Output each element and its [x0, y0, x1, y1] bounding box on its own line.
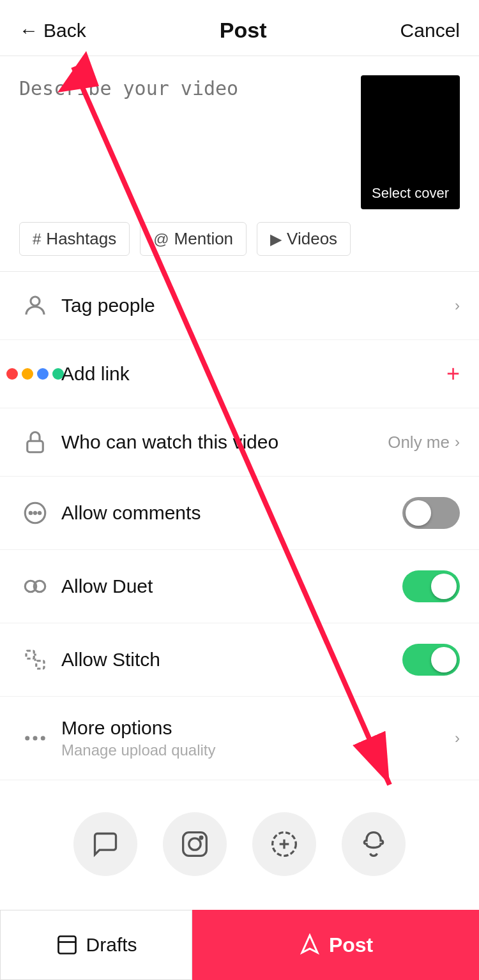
bottom-buttons-bar: Drafts Post	[0, 910, 479, 980]
hashtags-button[interactable]: # Hashtags	[19, 222, 130, 256]
allow-comments-toggle[interactable]	[402, 497, 460, 529]
more-options-icon	[19, 725, 51, 752]
svg-point-5	[38, 512, 41, 514]
cancel-button[interactable]: Cancel	[400, 20, 460, 41]
allow-stitch-row[interactable]: Allow Stitch	[0, 623, 479, 697]
add-link-icon	[6, 368, 64, 380]
header: ← Back Post Cancel	[0, 0, 479, 56]
videos-button[interactable]: ▶ Videos	[257, 222, 351, 256]
page-title: Post	[220, 18, 267, 43]
svg-rect-8	[26, 651, 34, 658]
post-label: Post	[329, 933, 373, 957]
svg-point-17	[200, 836, 202, 839]
tag-people-row[interactable]: Tag people ›	[0, 272, 479, 340]
drafts-label: Drafts	[86, 934, 137, 956]
mention-label: Mention	[174, 229, 234, 249]
drafts-icon	[56, 933, 79, 956]
allow-comments-row[interactable]: Allow comments	[0, 477, 479, 550]
more-options-row[interactable]: More options Manage upload quality ›	[0, 697, 479, 780]
add-link-row[interactable]: Add link +	[0, 340, 479, 408]
description-area: Select cover	[0, 56, 479, 222]
who-can-watch-chevron-icon: ›	[455, 433, 460, 451]
add-link-plus-icon: +	[446, 360, 460, 387]
videos-label: Videos	[287, 229, 337, 249]
privacy-icon	[19, 429, 51, 456]
mention-button[interactable]: @ Mention	[140, 222, 247, 256]
allow-duet-row[interactable]: Allow Duet	[0, 550, 479, 623]
svg-point-16	[189, 838, 201, 850]
post-icon	[298, 933, 321, 956]
hashtag-icon: #	[33, 230, 41, 248]
add-link-label: Add link	[61, 363, 130, 384]
svg-rect-24	[58, 937, 75, 954]
svg-point-14	[41, 736, 45, 741]
comments-icon	[19, 500, 51, 526]
stitch-icon	[19, 646, 51, 673]
mention-icon: @	[153, 230, 169, 248]
tag-people-label: Tag people	[61, 295, 155, 316]
allow-stitch-label: Allow Stitch	[61, 649, 160, 670]
description-input[interactable]	[19, 75, 348, 209]
drafts-button[interactable]: Drafts	[0, 910, 192, 980]
svg-point-13	[33, 736, 38, 741]
more-options-label: More options	[61, 717, 172, 738]
svg-point-3	[29, 512, 32, 514]
back-button[interactable]: ← Back	[19, 20, 86, 41]
share-add-button[interactable]	[252, 812, 316, 876]
post-button[interactable]: Post	[192, 910, 479, 980]
who-can-watch-label: Who can watch this video	[61, 431, 278, 452]
svg-rect-1	[27, 441, 43, 452]
tag-people-chevron-icon: ›	[455, 297, 460, 315]
allow-duet-label: Allow Duet	[61, 575, 153, 597]
back-arrow-icon: ←	[19, 20, 38, 41]
share-icons-area	[0, 780, 479, 902]
duet-icon	[19, 573, 51, 600]
allow-stitch-toggle[interactable]	[402, 644, 460, 676]
hashtags-label: Hashtags	[46, 229, 116, 249]
back-label: Back	[43, 20, 86, 41]
svg-point-4	[34, 512, 36, 514]
cover-label: Select cover	[372, 185, 449, 202]
share-instagram-button[interactable]	[163, 812, 227, 876]
who-can-watch-value: Only me	[388, 433, 450, 452]
allow-duet-toggle[interactable]	[402, 570, 460, 602]
svg-rect-9	[36, 661, 44, 669]
more-options-sublabel: Manage upload quality	[61, 741, 455, 759]
svg-point-12	[25, 736, 29, 741]
svg-rect-15	[183, 833, 207, 856]
allow-comments-label: Allow comments	[61, 502, 201, 523]
tag-buttons-row: # Hashtags @ Mention ▶ Videos	[0, 222, 479, 271]
who-can-watch-row[interactable]: Who can watch this video Only me ›	[0, 408, 479, 477]
share-snapchat-button[interactable]	[342, 812, 406, 876]
cover-thumbnail[interactable]: Select cover	[361, 75, 460, 209]
play-icon: ▶	[270, 230, 282, 248]
share-messages-button[interactable]	[73, 812, 137, 876]
more-options-chevron-icon: ›	[455, 729, 460, 747]
svg-point-0	[31, 297, 40, 306]
tag-people-icon	[19, 292, 51, 319]
